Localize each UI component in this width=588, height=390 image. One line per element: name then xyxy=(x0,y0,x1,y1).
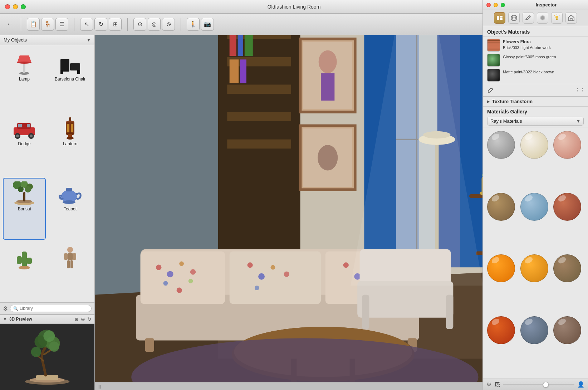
mode-3[interactable]: ⊚ xyxy=(162,18,175,31)
object-item-barselona-chair[interactable]: Barselona Chair xyxy=(49,48,92,110)
svg-rect-65 xyxy=(227,140,291,149)
walk-tool[interactable]: 🚶 xyxy=(187,18,200,31)
svg-rect-66 xyxy=(230,35,236,56)
object-item-dodge[interactable]: Dodge xyxy=(3,113,46,175)
zoom-out-icon[interactable]: ⊖ xyxy=(81,316,85,322)
svg-point-77 xyxy=(318,145,338,171)
back-button[interactable]: ← xyxy=(4,19,15,30)
search-icon: 🔍 xyxy=(13,306,18,311)
black-swatch xyxy=(487,69,500,82)
object-item-bonsai[interactable]: Bonsai xyxy=(3,178,46,240)
separator-4 xyxy=(181,18,181,31)
object-item-lamp[interactable]: Lamp xyxy=(3,48,46,110)
materials-gallery-dropdown[interactable]: Ray's Materials ▼ xyxy=(487,117,584,126)
material-ball-6[interactable] xyxy=(553,193,581,221)
texture-transform-header[interactable]: ▶ Texture Transform xyxy=(487,99,584,104)
minimize-button[interactable] xyxy=(13,4,18,9)
svg-point-130 xyxy=(188,279,193,283)
svg-rect-19 xyxy=(67,124,69,132)
objects-dropdown[interactable]: My Objects ▼ xyxy=(0,35,94,45)
material-name-matte: Matte paint/8022 black brown xyxy=(503,69,554,74)
search-input[interactable] xyxy=(20,306,88,311)
material-ball-10[interactable] xyxy=(487,316,515,344)
material-ball-11[interactable] xyxy=(520,316,548,344)
zoom-in-icon[interactable]: ⊕ xyxy=(74,316,79,322)
cursor-tool[interactable]: ↖ xyxy=(80,18,93,31)
svg-rect-44 xyxy=(67,260,70,268)
list-button[interactable]: ☰ xyxy=(55,18,68,31)
close-button[interactable] xyxy=(5,4,10,9)
svg-point-34 xyxy=(63,200,75,204)
image-icon[interactable]: 🖼 xyxy=(494,381,500,388)
rotate-tool[interactable]: ↻ xyxy=(94,18,107,31)
separator-1 xyxy=(21,18,21,31)
preview-header[interactable]: ▼ 3D Preview ⊕ ⊖ ↻ xyxy=(0,315,94,324)
svg-rect-63 xyxy=(227,84,291,94)
separator-3 xyxy=(127,18,128,31)
window-controls[interactable] xyxy=(5,4,26,9)
view-status-indicator: ||| xyxy=(98,384,101,389)
object-item-lantern[interactable]: Lantern xyxy=(49,113,92,175)
transform-tool[interactable]: ⊞ xyxy=(109,18,122,31)
search-input-wrap[interactable]: 🔍 xyxy=(10,305,92,312)
opacity-slider[interactable] xyxy=(503,384,574,385)
preview-label: 3D Preview xyxy=(9,317,32,322)
chair-icon xyxy=(56,51,84,76)
svg-point-31 xyxy=(25,186,31,192)
objects-grid: Lamp Barselona Chair xyxy=(0,45,94,302)
object-item-figure[interactable] xyxy=(49,243,92,299)
material-ball-7[interactable] xyxy=(487,254,515,282)
material-ball-12[interactable] xyxy=(553,316,581,344)
mode-tool-group: ⊙ ◎ ⊚ xyxy=(133,18,175,31)
material-ball-1[interactable] xyxy=(487,131,515,159)
objects-button[interactable]: 📋 xyxy=(27,18,40,31)
materials-gallery-label: Materials Gallery xyxy=(487,109,584,114)
material-ball-5[interactable] xyxy=(520,193,548,221)
teapot-icon xyxy=(56,181,84,206)
svg-rect-145 xyxy=(446,295,453,329)
refresh-icon[interactable]: ↻ xyxy=(87,316,92,322)
eyedropper-tool[interactable] xyxy=(486,86,495,95)
svg-point-128 xyxy=(163,281,168,286)
preview-area xyxy=(0,324,94,390)
mode-1[interactable]: ⊙ xyxy=(133,18,146,31)
svg-rect-122 xyxy=(230,252,321,304)
material-ball-3[interactable] xyxy=(553,131,581,159)
menu-dots-icon[interactable]: ⋮⋮ xyxy=(575,87,585,93)
svg-rect-68 xyxy=(245,35,253,56)
svg-point-134 xyxy=(284,272,289,277)
svg-point-133 xyxy=(271,265,275,270)
svg-point-54 xyxy=(43,330,55,342)
furniture-button[interactable]: 🪑 xyxy=(41,18,54,31)
svg-rect-14 xyxy=(18,124,22,127)
material-ball-2[interactable] xyxy=(520,131,548,159)
material-ball-9[interactable] xyxy=(553,254,581,282)
maximize-button[interactable] xyxy=(21,4,26,9)
material-item-flowers-flora[interactable]: Flowers Flora Brick/003 Light Adobe-work xyxy=(487,39,584,52)
material-ball-8[interactable] xyxy=(520,254,548,282)
mode-2[interactable]: ◎ xyxy=(148,18,161,31)
cactus-icon xyxy=(10,245,39,270)
gear-icon[interactable]: ⚙ xyxy=(3,305,8,312)
material-ball-4[interactable] xyxy=(487,193,515,221)
svg-rect-64 xyxy=(227,112,291,121)
settings-icon[interactable]: ⚙ xyxy=(486,381,491,388)
slider-track xyxy=(503,384,574,385)
svg-point-135 xyxy=(255,286,259,290)
svg-point-129 xyxy=(177,287,182,293)
camera-tool[interactable]: 📷 xyxy=(201,18,214,31)
object-item-cactus[interactable] xyxy=(3,243,46,299)
material-item-matte[interactable]: Matte paint/8022 black brown xyxy=(487,69,584,82)
person-icon[interactable]: 👤 xyxy=(577,381,584,388)
svg-point-11 xyxy=(16,135,19,137)
object-item-teapot[interactable]: Teapot xyxy=(49,178,92,240)
svg-point-3 xyxy=(17,62,31,64)
svg-rect-69 xyxy=(230,59,239,83)
tt-arrow-icon: ▶ xyxy=(487,99,490,103)
inspector-action-bar: ⋮⋮ xyxy=(483,84,588,97)
svg-point-127 xyxy=(190,269,196,274)
material-name-glossy: Glossy paint/6005 moss green xyxy=(503,54,556,59)
bonsai-label: Bonsai xyxy=(18,206,31,211)
material-item-glossy[interactable]: Glossy paint/6005 moss green xyxy=(487,54,584,67)
slider-thumb[interactable] xyxy=(543,382,549,387)
